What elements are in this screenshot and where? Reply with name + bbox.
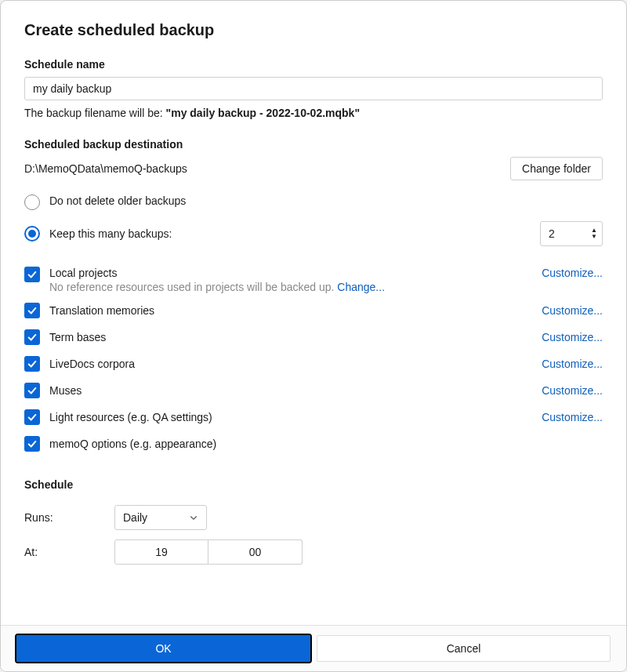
checkbox-livedocs[interactable] <box>24 356 40 372</box>
resource-light-resources: Light resources (e.g. QA settings) Custo… <box>24 409 603 425</box>
muses-label: Muses <box>49 384 82 397</box>
resource-translation-memories: Translation memories Customize... <box>24 303 603 318</box>
filename-note-value: "my daily backup - 2022-10-02.mqbk" <box>166 107 361 119</box>
local-projects-sub: No reference resources used in projects … <box>49 281 385 293</box>
checkmark-icon <box>27 269 38 280</box>
ok-button[interactable]: OK <box>16 635 310 662</box>
term-bases-label: Term bases <box>49 331 106 343</box>
resource-term-bases: Term bases Customize... <box>24 329 603 345</box>
destination-path: D:\MemoQData\memoQ-backups <box>24 162 187 175</box>
runs-select[interactable]: Daily <box>114 505 207 530</box>
customize-term-bases[interactable]: Customize... <box>542 331 603 343</box>
light-resources-label: Light resources (e.g. QA settings) <box>49 411 212 423</box>
schedule-name-label: Schedule name <box>24 58 603 71</box>
keep-this-many-label: Keep this many backups: <box>49 227 172 240</box>
customize-muses[interactable]: Customize... <box>542 384 603 397</box>
checkmark-icon <box>27 332 38 343</box>
cancel-button[interactable]: Cancel <box>317 635 611 662</box>
keep-count-row: Keep this many backups: 2 ▲▼ <box>24 221 603 246</box>
runs-label: Runs: <box>24 511 114 524</box>
customize-livedocs[interactable]: Customize... <box>542 358 603 370</box>
hour-input[interactable]: 19 <box>114 539 208 565</box>
do-not-delete-row: Do not delete older backups <box>24 194 603 210</box>
retention-radio-keep-all[interactable] <box>24 194 40 210</box>
resource-list: Local projects No reference resources us… <box>24 267 603 452</box>
runs-row: Runs: Daily <box>24 505 603 530</box>
create-scheduled-backup-dialog: Create scheduled backup Schedule name Th… <box>0 0 627 672</box>
dialog-content: Create scheduled backup Schedule name Th… <box>1 1 626 625</box>
filename-note: The backup filename will be: "my daily b… <box>24 107 603 119</box>
destination-row: D:\MemoQData\memoQ-backups Change folder <box>24 157 603 180</box>
checkbox-translation-memories[interactable] <box>24 303 40 318</box>
retention-radio-keep-count[interactable] <box>24 226 40 242</box>
checkmark-icon <box>27 412 38 423</box>
checkmark-icon <box>27 305 38 316</box>
destination-label: Scheduled backup destination <box>24 138 603 151</box>
checkmark-icon <box>27 385 38 396</box>
dialog-title: Create scheduled backup <box>24 21 603 39</box>
keep-count-spinner[interactable]: 2 ▲▼ <box>540 221 603 246</box>
schedule-heading: Schedule <box>24 478 603 491</box>
change-link[interactable]: Change... <box>337 281 385 293</box>
change-folder-button[interactable]: Change folder <box>510 157 603 180</box>
translation-memories-label: Translation memories <box>49 304 154 317</box>
do-not-delete-label: Do not delete older backups <box>49 194 186 207</box>
time-input-group: 19 00 <box>114 539 303 565</box>
checkbox-local-projects[interactable] <box>24 267 40 282</box>
at-label: At: <box>24 546 114 558</box>
checkbox-term-bases[interactable] <box>24 329 40 345</box>
resource-livedocs: LiveDocs corpora Customize... <box>24 356 603 372</box>
customize-light-resources[interactable]: Customize... <box>542 411 603 423</box>
resource-memoq-options: memoQ options (e.g. appearance) <box>24 436 603 452</box>
checkbox-memoq-options[interactable] <box>24 436 40 452</box>
dialog-footer: OK Cancel <box>1 625 626 671</box>
checkbox-muses[interactable] <box>24 383 40 398</box>
runs-value: Daily <box>123 511 147 524</box>
livedocs-label: LiveDocs corpora <box>49 358 135 370</box>
resource-muses: Muses Customize... <box>24 383 603 398</box>
memoq-options-label: memoQ options (e.g. appearance) <box>49 438 216 450</box>
at-row: At: 19 00 <box>24 539 603 565</box>
keep-count-value: 2 <box>549 227 555 240</box>
radio-dot-icon <box>28 230 36 238</box>
resource-local-projects: Local projects No reference resources us… <box>24 267 603 293</box>
customize-translation-memories[interactable]: Customize... <box>542 304 603 317</box>
minute-input[interactable]: 00 <box>208 539 303 565</box>
customize-local-projects[interactable]: Customize... <box>542 267 603 279</box>
checkbox-light-resources[interactable] <box>24 409 40 425</box>
local-projects-label: Local projects <box>49 267 385 279</box>
spinner-arrows-icon[interactable]: ▲▼ <box>591 227 597 240</box>
chevron-down-icon <box>189 513 198 522</box>
schedule-name-input[interactable] <box>24 77 603 100</box>
filename-note-prefix: The backup filename will be: <box>24 107 166 119</box>
checkmark-icon <box>27 358 38 369</box>
checkmark-icon <box>27 438 38 449</box>
